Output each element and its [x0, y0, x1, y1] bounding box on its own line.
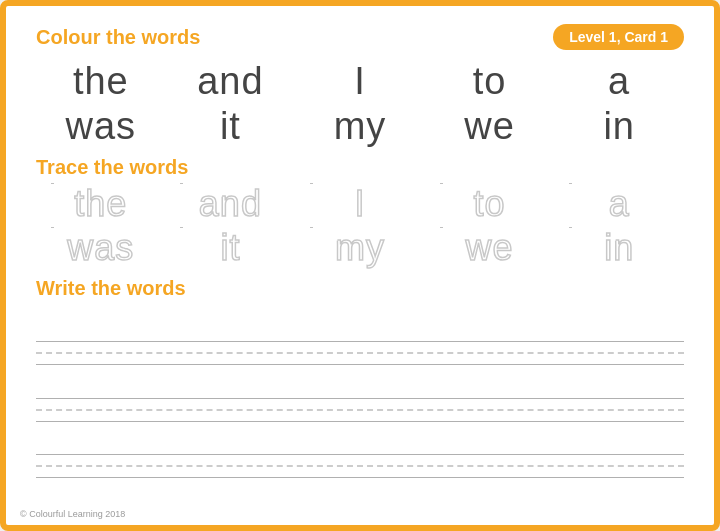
solid-line-2 — [36, 364, 684, 365]
colour-word-the: the — [51, 60, 151, 103]
dotted-line-2 — [36, 409, 684, 411]
colour-words-row2: was it my we in — [36, 105, 684, 148]
trace-words-row1: the and I to a — [36, 183, 684, 225]
colour-word-in: in — [569, 105, 669, 148]
trace-word-it: it — [180, 227, 280, 269]
writing-line-set-3 — [36, 454, 684, 478]
card-header: Colour the words Level 1, Card 1 — [36, 24, 684, 50]
colour-word-to: to — [440, 60, 540, 103]
solid-line-1 — [36, 341, 684, 342]
colour-word-and: and — [180, 60, 280, 103]
trace-word-and: and — [180, 183, 280, 225]
write-title: Write the words — [36, 277, 684, 300]
solid-line-5 — [36, 454, 684, 455]
trace-word-was: was — [51, 227, 151, 269]
colour-word-my: my — [310, 105, 410, 148]
dotted-line-3 — [36, 465, 684, 467]
colour-words-row1: the and I to a — [36, 60, 684, 103]
solid-line-3 — [36, 398, 684, 399]
level-badge: Level 1, Card 1 — [553, 24, 684, 50]
trace-word-my: my — [310, 227, 410, 269]
trace-word-I: I — [310, 183, 410, 225]
trace-title: Trace the words — [36, 156, 684, 179]
writing-line-set-1 — [36, 341, 684, 365]
card: Colour the words Level 1, Card 1 the and… — [0, 0, 720, 531]
dotted-line-1 — [36, 352, 684, 354]
colour-word-was: was — [51, 105, 151, 148]
writing-lines-section — [36, 308, 684, 511]
trace-word-we: we — [440, 227, 540, 269]
trace-word-to: to — [440, 183, 540, 225]
writing-line-set-2 — [36, 398, 684, 422]
trace-word-a: a — [569, 183, 669, 225]
colour-title: Colour the words — [36, 26, 200, 49]
trace-word-in: in — [569, 227, 669, 269]
colour-word-a: a — [569, 60, 669, 103]
colour-word-we: we — [440, 105, 540, 148]
colour-word-it: it — [180, 105, 280, 148]
solid-line-6 — [36, 477, 684, 478]
trace-words-row2: was it my we in — [36, 227, 684, 269]
footer-copyright: © Colourful Learning 2018 — [20, 509, 125, 519]
solid-line-4 — [36, 421, 684, 422]
colour-word-I: I — [310, 60, 410, 103]
trace-word-the: the — [51, 183, 151, 225]
